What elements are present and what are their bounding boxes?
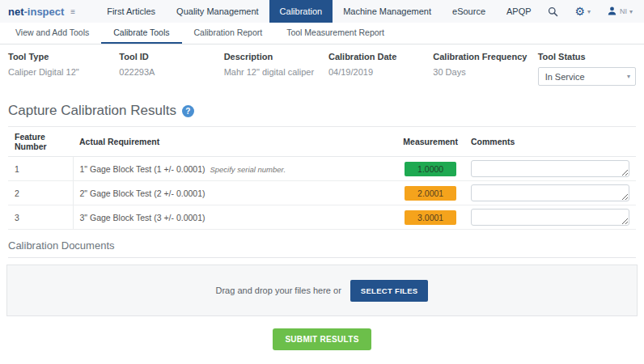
tool-id-label: Tool ID <box>119 52 223 61</box>
tool-info-bar: Tool Type Caliper Digital 12" Tool ID 02… <box>0 44 644 95</box>
tab-calibration-report[interactable]: Calibration Report <box>182 23 275 44</box>
select-files-button[interactable]: SELECT FILES <box>350 280 429 302</box>
table-row: 3 3" Gage Block Test (3 +/- 0.0001) 3.00… <box>8 205 636 230</box>
calibration-frequency-field: Calibration Frequency 30 Days <box>433 52 537 86</box>
calibration-frequency-label: Calibration Frequency <box>433 52 537 61</box>
calibration-results-table: Feature Number Actual Requirement Measur… <box>8 126 636 230</box>
hamburger-menu-icon[interactable]: ≡ <box>70 7 75 16</box>
comment-input[interactable] <box>471 160 629 177</box>
tool-type-label: Tool Type <box>8 52 119 61</box>
calibration-documents-title: Calibration Documents <box>8 239 636 258</box>
comments-cell <box>464 181 636 205</box>
calibration-frequency-value: 30 Days <box>433 67 537 77</box>
help-icon[interactable]: ? <box>182 105 194 117</box>
calibration-date-value: 04/19/2019 <box>328 67 433 77</box>
requirement-cell: 3" Gage Block Test (3 +/- 0.0001) <box>73 205 396 230</box>
measurement-input[interactable]: 1.0000 <box>405 162 456 176</box>
tool-id-field: Tool ID 022293A <box>119 52 223 86</box>
col-measurement: Measurement <box>396 127 464 157</box>
feature-number-cell: 1 <box>8 157 73 181</box>
user-initials: NI <box>620 7 627 15</box>
requirement-text: 2" Gage Block Test (2 +/- 0.0001) <box>80 188 205 198</box>
chevron-down-icon: ▾ <box>629 8 633 15</box>
comments-cell <box>464 205 636 230</box>
col-comments: Comments <box>464 127 636 157</box>
main-nav: First Articles Quality Management Calibr… <box>96 0 541 23</box>
requirement-note: Specify serial number. <box>210 165 286 174</box>
capture-results-heading: Capture Calibration Results ? <box>0 95 644 126</box>
file-dropzone[interactable]: Drag and drop your files here or SELECT … <box>6 265 638 316</box>
tool-status-label: Tool Status <box>538 52 636 61</box>
tool-status-field: Tool Status In Service ▾ <box>538 52 636 86</box>
comments-cell <box>464 157 636 181</box>
measurement-input[interactable]: 3.0001 <box>405 210 456 225</box>
tool-id-value: 022293A <box>119 67 223 77</box>
user-icon <box>607 6 617 18</box>
tab-calibrate-tools[interactable]: Calibrate Tools <box>101 23 181 44</box>
dropzone-text: Drag and drop your files here or <box>216 286 341 295</box>
settings-menu[interactable]: ⚙ ▾ <box>574 6 591 17</box>
calibration-date-label: Calibration Date <box>328 52 433 61</box>
gear-icon: ⚙ <box>574 6 585 17</box>
submit-results-button[interactable]: SUBMIT RESULTS <box>273 328 371 350</box>
requirement-cell: 1" Gage Block Test (1 +/- 0.0001) Specif… <box>73 157 396 181</box>
col-actual-requirement: Actual Requirement <box>73 127 396 157</box>
comment-input[interactable] <box>471 184 629 201</box>
search-icon[interactable] <box>548 6 558 17</box>
col-feature-number: Feature Number <box>8 127 73 157</box>
feature-number-cell: 2 <box>8 181 73 205</box>
description-value: Mahr 12" digital caliper <box>224 67 328 77</box>
calibration-tabbar: View and Add Tools Calibrate Tools Calib… <box>0 23 644 44</box>
measurement-cell: 2.0001 <box>396 181 464 205</box>
measurement-cell: 1.0000 <box>396 157 464 181</box>
user-menu[interactable]: NI ▾ <box>607 6 633 18</box>
table-row: 1 1" Gage Block Test (1 +/- 0.0001) Spec… <box>8 157 636 181</box>
description-label: Description <box>224 52 328 61</box>
chevron-down-icon: ▾ <box>587 8 591 15</box>
top-navbar: net-inspect ≡ First Articles Quality Man… <box>0 0 644 23</box>
brand-logo[interactable]: net-inspect <box>8 6 64 18</box>
requirement-text: 1" Gage Block Test (1 +/- 0.0001) <box>80 164 205 174</box>
tab-tool-measurement-report[interactable]: Tool Measurement Report <box>274 23 396 44</box>
nav-item-first-articles[interactable]: First Articles <box>96 0 166 23</box>
tool-type-value: Caliper Digital 12" <box>8 67 119 77</box>
navbar-actions: ⚙ ▾ NI ▾ <box>548 6 633 18</box>
capture-results-title: Capture Calibration Results <box>8 103 176 119</box>
measurement-input[interactable]: 2.0001 <box>405 186 456 201</box>
tool-status-select[interactable]: In Service <box>539 68 635 85</box>
comment-input[interactable] <box>471 209 629 226</box>
tab-view-and-add-tools[interactable]: View and Add Tools <box>3 23 101 44</box>
measurement-cell: 3.0001 <box>396 205 464 230</box>
tool-type-field: Tool Type Caliper Digital 12" <box>8 52 119 86</box>
feature-number-cell: 3 <box>8 205 73 230</box>
nav-item-apqp[interactable]: APQP <box>496 0 542 23</box>
nav-item-machine-management[interactable]: Machine Management <box>333 0 442 23</box>
calibration-date-field: Calibration Date 04/19/2019 <box>328 52 433 86</box>
table-row: 2 2" Gage Block Test (2 +/- 0.0001) 2.00… <box>8 181 636 205</box>
requirement-text: 3" Gage Block Test (3 +/- 0.0001) <box>80 213 205 222</box>
tool-status-select-wrap: In Service ▾ <box>538 67 636 86</box>
nav-item-esource[interactable]: eSource <box>442 0 496 23</box>
description-field: Description Mahr 12" digital caliper <box>224 52 328 86</box>
requirement-cell: 2" Gage Block Test (2 +/- 0.0001) <box>73 181 396 205</box>
brand-logo-bold: net <box>8 6 24 18</box>
nav-item-quality-management[interactable]: Quality Management <box>166 0 269 23</box>
submit-row: SUBMIT RESULTS <box>0 328 644 350</box>
table-header-row: Feature Number Actual Requirement Measur… <box>8 127 636 157</box>
nav-item-calibration[interactable]: Calibration <box>269 0 333 23</box>
brand-logo-light: -inspect <box>24 6 65 18</box>
